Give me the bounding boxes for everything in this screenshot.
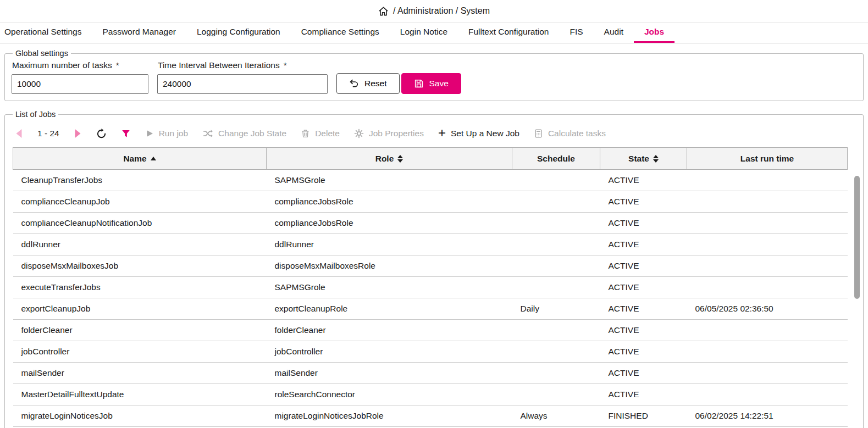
table-row[interactable]: MasterDetailFulltextUpdateroleSearchConn… xyxy=(13,384,848,405)
cell-schedule xyxy=(512,170,600,191)
list-of-jobs-legend: List of Jobs xyxy=(13,110,58,119)
save-button-label: Save xyxy=(429,79,449,88)
plus-icon: + xyxy=(438,126,446,140)
column-header-state[interactable]: State xyxy=(600,148,687,170)
time-interval-label: Time Interval Between Iterations xyxy=(158,60,280,70)
table-row[interactable]: complianceCleanupNotificationJobcomplian… xyxy=(13,213,848,234)
change-job-state-button[interactable]: Change Job State xyxy=(202,129,286,138)
set-up-new-job-button[interactable]: + Set Up a New Job xyxy=(438,128,519,140)
column-header-role[interactable]: Role xyxy=(267,148,512,170)
table-row[interactable]: exportCleanupJobexportCleanupRoleDailyAC… xyxy=(13,298,848,320)
column-header-schedule: Schedule xyxy=(512,148,600,170)
table-row[interactable]: executeTransferJobsSAPMSGroleACTIVE xyxy=(13,277,848,298)
home-icon[interactable] xyxy=(378,6,389,16)
cell-schedule: Daily xyxy=(512,298,600,320)
tab-fis[interactable]: FIS xyxy=(559,23,593,43)
save-button[interactable]: Save xyxy=(401,73,461,94)
cell-last-run-time xyxy=(687,384,848,405)
cell-schedule: Always xyxy=(512,405,600,427)
cell-state: ACTIVE xyxy=(600,213,687,234)
cell-name: disposeMsxMailboxesJob xyxy=(13,255,267,277)
set-up-new-job-label: Set Up a New Job xyxy=(451,129,519,138)
tab-operational-settings[interactable]: Operational Settings xyxy=(0,23,92,43)
sort-both-icon xyxy=(397,155,403,163)
cell-state: ACTIVE xyxy=(600,320,687,341)
cell-last-run-time xyxy=(687,341,848,363)
column-header-name[interactable]: Name xyxy=(13,148,267,170)
cell-state: ACTIVE xyxy=(600,384,687,405)
cell-name: mailSender xyxy=(13,363,267,384)
breadcrumb-bar: / Administration / System xyxy=(0,0,868,23)
cell-last-run-time: 06/02/2025 14:22:51 xyxy=(687,405,848,427)
cell-schedule xyxy=(512,363,600,384)
table-row[interactable]: ddlRunnerddlRunnerACTIVE xyxy=(13,234,848,255)
breadcrumb[interactable]: / Administration / System xyxy=(393,6,490,16)
max-tasks-field: Maximum number of tasks* xyxy=(12,59,148,94)
global-settings-panel: Global settings Maximum number of tasks*… xyxy=(4,49,864,101)
cell-name: CleanupTransferJobs xyxy=(13,170,267,191)
calculate-tasks-button[interactable]: Calculate tasks xyxy=(534,129,606,138)
tab-audit[interactable]: Audit xyxy=(594,23,634,43)
run-job-label: Run job xyxy=(159,129,188,138)
cell-state: ACTIVE xyxy=(600,277,687,298)
run-job-button[interactable]: Run job xyxy=(145,129,188,138)
table-row[interactable]: complianceCleanupJobcomplianceJobsRoleAC… xyxy=(13,191,848,213)
cell-role: ddlRunner xyxy=(267,234,512,255)
column-label: Schedule xyxy=(537,154,575,164)
cell-role: complianceJobsRole xyxy=(267,191,512,213)
tab-password-manager[interactable]: Password Manager xyxy=(92,23,186,43)
cell-last-run-time: 06/05/2025 02:36:50 xyxy=(687,298,848,320)
job-properties-label: Job Properties xyxy=(369,129,424,138)
cell-name: executeTransferJobs xyxy=(13,277,267,298)
cell-state: ACTIVE xyxy=(600,170,687,191)
table-row[interactable]: migrateLoginNoticesJobmigrateLoginNotice… xyxy=(13,405,848,427)
next-page-icon[interactable] xyxy=(74,129,82,138)
column-label: Role xyxy=(375,154,394,164)
delete-button[interactable]: Delete xyxy=(301,129,340,138)
tab-login-notice[interactable]: Login Notice xyxy=(390,23,458,43)
shuffle-icon xyxy=(202,129,213,138)
global-settings-legend: Global settings xyxy=(13,49,71,58)
tab-compliance-settings[interactable]: Compliance Settings xyxy=(291,23,390,43)
tab-bar: Operational SettingsPassword ManagerLogg… xyxy=(0,23,868,43)
table-row[interactable]: disposeMsxMailboxesJobdisposeMsxMailboxe… xyxy=(13,255,848,277)
column-header-last-run-time: Last run time xyxy=(687,148,848,170)
max-tasks-label: Maximum number of tasks xyxy=(12,60,112,70)
calculator-icon xyxy=(534,129,543,138)
cell-name: ddlRunner xyxy=(13,234,267,255)
tab-logging-configuration[interactable]: Logging Configuration xyxy=(186,23,291,43)
cell-last-run-time xyxy=(687,320,848,341)
reset-button[interactable]: Reset xyxy=(336,73,400,94)
trash-icon xyxy=(301,129,310,138)
time-interval-input[interactable] xyxy=(157,74,328,94)
cell-schedule xyxy=(512,213,600,234)
table-row[interactable]: CleanupTransferJobsSAPMSGroleACTIVE xyxy=(13,170,848,191)
tab-fulltext-configuration[interactable]: Fulltext Configuration xyxy=(458,23,559,43)
max-tasks-input[interactable] xyxy=(12,74,148,94)
cell-last-run-time xyxy=(687,213,848,234)
vertical-scrollbar-thumb[interactable] xyxy=(854,176,860,299)
column-label: State xyxy=(628,154,649,164)
table-row[interactable]: jobControllerjobControllerACTIVE xyxy=(13,341,848,363)
page-range: 1 - 24 xyxy=(37,129,59,138)
cell-state: ACTIVE xyxy=(600,298,687,320)
reset-button-label: Reset xyxy=(364,79,387,88)
calculate-tasks-label: Calculate tasks xyxy=(548,129,606,138)
filter-icon[interactable] xyxy=(121,129,131,138)
cell-schedule xyxy=(512,234,600,255)
refresh-icon[interactable] xyxy=(96,129,107,139)
delete-label: Delete xyxy=(315,129,340,138)
tab-jobs[interactable]: Jobs xyxy=(634,23,675,43)
job-properties-button[interactable]: Job Properties xyxy=(354,129,424,138)
cell-state: ACTIVE xyxy=(600,191,687,213)
previous-page-icon[interactable] xyxy=(15,129,23,138)
table-row[interactable]: folderCleanerfolderCleanerACTIVE xyxy=(13,320,848,341)
cell-schedule xyxy=(512,191,600,213)
cell-name: folderCleaner xyxy=(13,320,267,341)
required-mark: * xyxy=(284,60,287,70)
table-header-row: Name Role Schedule xyxy=(13,148,848,170)
cell-last-run-time xyxy=(687,234,848,255)
cell-last-run-time xyxy=(687,277,848,298)
column-label: Name xyxy=(123,154,146,164)
table-row[interactable]: mailSendermailSenderACTIVE xyxy=(13,363,848,384)
